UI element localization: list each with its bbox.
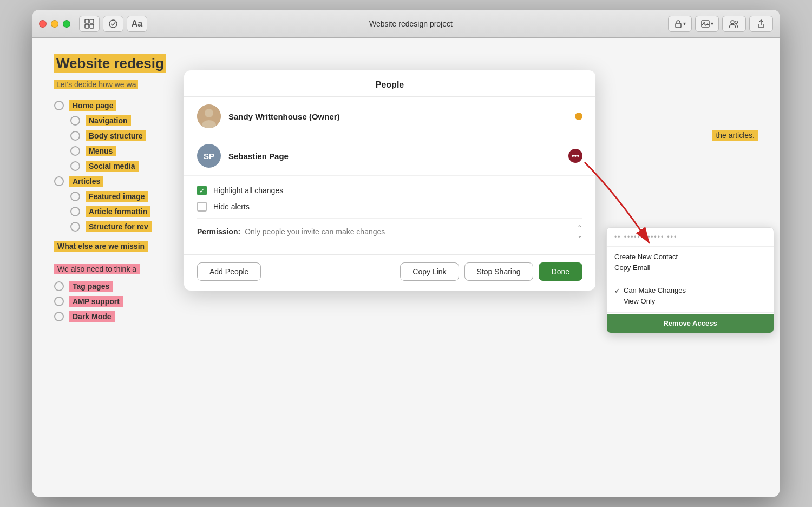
highlight-changes-row: ✓ Highlight all changes <box>197 186 582 195</box>
cm-email-row: •• •••••••••••• ••• <box>607 228 774 247</box>
minimize-button[interactable] <box>51 20 58 28</box>
we-also-label: We also need to think a <box>54 264 140 274</box>
copy-link-button[interactable]: Copy Link <box>400 262 459 281</box>
main-window: Aa Website redesign project ▾ ▾ <box>32 10 780 497</box>
item-label: Article formattin <box>86 206 150 217</box>
permission-label: Permission: <box>197 227 240 236</box>
item-label: Structure for rev <box>86 221 152 232</box>
dialog-options: ✓ Highlight all changes Hide alerts Perm… <box>184 176 595 254</box>
hide-alerts-row: Hide alerts <box>197 202 582 212</box>
item-label: Menus <box>86 146 116 156</box>
doc-title: Website redesig <box>54 54 166 73</box>
item-label: Home page <box>69 100 116 111</box>
people-dialog: People Sandy Writtenhouse (Owner) SP Seb <box>184 70 595 291</box>
person-row-sandy: Sandy Writtenhouse (Owner) <box>184 97 595 136</box>
check-circle[interactable] <box>70 131 80 141</box>
check-circle[interactable] <box>70 146 80 156</box>
check-circle[interactable] <box>70 207 80 216</box>
avatar-sebastien: SP <box>197 144 221 168</box>
the-articles-text: the articles. <box>712 130 758 141</box>
svg-rect-2 <box>85 24 89 28</box>
check-circle[interactable] <box>54 281 64 291</box>
checkmark-icon: ✓ <box>614 286 620 297</box>
item-label: Navigation <box>86 115 131 126</box>
svg-point-4 <box>109 20 117 28</box>
context-menu: •• •••••••••••• ••• Create New ContactCo… <box>606 227 774 333</box>
right-buttons: Copy Link Stop Sharing Done <box>400 262 582 281</box>
permission-row[interactable]: Permission: Only people you invite can m… <box>197 218 582 245</box>
image-button[interactable]: ▾ <box>695 16 719 32</box>
chevron-icon: ⌃⌄ <box>577 224 582 239</box>
item-label: Social media <box>86 161 139 172</box>
close-button[interactable] <box>39 20 47 28</box>
traffic-lights <box>39 20 70 28</box>
item-label: AMP support <box>69 296 123 307</box>
check-circle[interactable] <box>54 312 64 321</box>
person-row-sebastien: SP Sebastien Page ••• <box>184 136 595 176</box>
check-circle[interactable] <box>54 176 64 186</box>
item-label: Body structure <box>86 130 146 141</box>
highlight-changes-label: Highlight all changes <box>213 186 283 195</box>
done-button[interactable]: Done <box>539 262 582 281</box>
lock-button[interactable]: ▾ <box>668 16 692 32</box>
item-label: Dark Mode <box>69 311 115 322</box>
item-label: Articles <box>69 176 103 187</box>
what-else-label: What else are we missin <box>54 241 148 252</box>
cm-email-placeholder: •• •••••••••••• ••• <box>614 233 677 241</box>
cm-create-contact-item[interactable]: Create New ContactCopy Email <box>607 247 774 278</box>
highlight-changes-checkbox[interactable]: ✓ <box>197 186 207 195</box>
cm-create-contact-label: Create New ContactCopy Email <box>614 253 678 272</box>
cm-can-make-changes-item[interactable]: ✓ Can Make ChangesView Only <box>607 280 774 311</box>
maximize-button[interactable] <box>63 20 70 28</box>
share-button[interactable] <box>749 16 773 32</box>
check-circle[interactable] <box>70 116 80 126</box>
svg-rect-3 <box>90 24 94 28</box>
permission-value: Only people you invite can make changes <box>245 227 573 236</box>
titlebar-tools: Aa <box>79 16 147 32</box>
svg-rect-0 <box>85 19 89 23</box>
add-people-button[interactable]: Add People <box>197 262 261 281</box>
avatar-sandy <box>197 104 221 128</box>
status-dot-sandy <box>575 113 582 120</box>
cm-divider <box>607 279 774 279</box>
dialog-title: People <box>184 70 595 97</box>
item-label: Tag pages <box>69 281 113 292</box>
hide-alerts-checkbox[interactable] <box>197 202 207 212</box>
svg-point-9 <box>735 21 738 23</box>
cm-remove-access-button[interactable]: Remove Access <box>607 314 774 333</box>
doc-subtitle: Let's decide how we wa <box>54 80 138 89</box>
check-circle[interactable] <box>54 297 64 306</box>
titlebar-right-tools: ▾ ▾ <box>668 16 773 32</box>
cm-divider-2 <box>607 312 774 313</box>
cm-remove-access-label: Remove Access <box>663 319 717 327</box>
check-circle[interactable] <box>70 192 80 201</box>
check-circle[interactable] <box>54 101 64 110</box>
item-label: Featured image <box>86 191 148 202</box>
check-circle[interactable] <box>70 161 80 171</box>
grid-view-button[interactable] <box>79 16 100 32</box>
person-name-sandy: Sandy Writtenhouse (Owner) <box>228 112 575 121</box>
window-title: Website redesign project <box>154 19 668 28</box>
font-button[interactable]: Aa <box>127 16 147 32</box>
person-name-sebastien: Sebastien Page <box>228 152 568 161</box>
more-options-button[interactable]: ••• <box>568 149 582 163</box>
svg-point-8 <box>731 21 734 24</box>
svg-rect-1 <box>90 19 94 23</box>
people-button[interactable] <box>722 16 746 32</box>
check-button[interactable] <box>103 16 123 32</box>
hide-alerts-label: Hide alerts <box>213 202 250 211</box>
stop-sharing-button[interactable]: Stop Sharing <box>464 262 533 281</box>
dialog-buttons: Add People Copy Link Stop Sharing Done <box>184 254 595 291</box>
svg-point-11 <box>205 109 213 117</box>
svg-rect-5 <box>676 23 681 28</box>
titlebar: Aa Website redesign project ▾ ▾ <box>32 10 780 38</box>
main-area: Website redesig Let's decide how we wa H… <box>32 38 780 497</box>
cm-can-make-changes-label: Can Make ChangesView Only <box>624 285 686 306</box>
check-circle[interactable] <box>70 222 80 232</box>
